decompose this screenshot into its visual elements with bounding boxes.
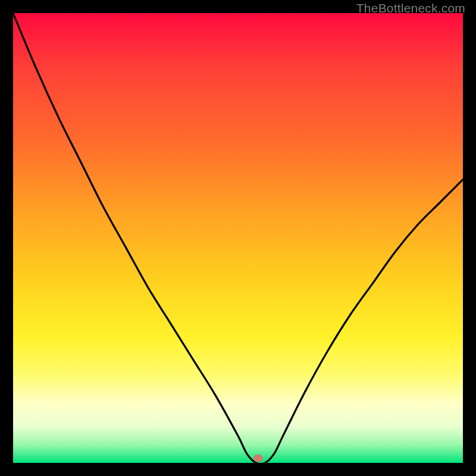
optimum-marker <box>253 455 263 462</box>
chart-stage: TheBottleneck.com <box>0 0 476 476</box>
plot-area <box>13 13 463 463</box>
bottleneck-curve <box>13 13 463 463</box>
